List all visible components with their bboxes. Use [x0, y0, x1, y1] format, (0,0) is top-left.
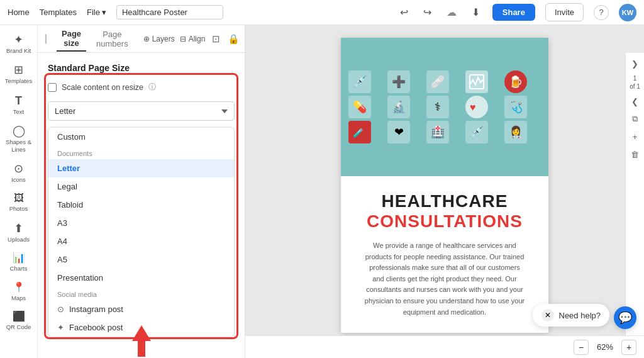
- sidebar-item-shapes[interactable]: ◯ Shapes & Lines: [3, 121, 35, 157]
- layers-button[interactable]: ⊕ Layers: [143, 35, 175, 43]
- help-close-button[interactable]: ✕: [541, 309, 554, 322]
- maps-icon: 📍: [13, 282, 25, 293]
- option-legal[interactable]: Legal: [48, 177, 234, 196]
- poster: 💉 ➕ 🩹 🍺 💊 🔬 ⚕ ♥ 🩺: [341, 38, 548, 333]
- medical-icon: ❤: [387, 121, 410, 143]
- option-a3[interactable]: A3: [48, 214, 234, 232]
- chat-icon: 💬: [618, 311, 632, 325]
- uploads-icon: ⬆: [14, 223, 23, 234]
- sidebar-item-brand-kit[interactable]: ✦ Brand Kit: [3, 30, 35, 58]
- brand-kit-icon: ✦: [14, 34, 23, 45]
- scale-content-row: Scale content on resize ⓘ: [48, 82, 235, 92]
- option-facebook[interactable]: ✦ Facebook post: [48, 318, 234, 337]
- sidebar-item-label: Maps: [11, 294, 26, 301]
- section-social-media: Social media: [48, 287, 234, 300]
- sidebar-item-maps[interactable]: 📍 Maps: [3, 279, 35, 305]
- medical-icon: 🍺: [504, 70, 527, 93]
- sidebar-item-label: Uploads: [8, 236, 30, 243]
- scale-content-checkbox[interactable]: [48, 83, 57, 92]
- medical-icon: 🏥: [426, 121, 449, 143]
- option-instagram[interactable]: ⊙ Instagram post: [48, 300, 234, 318]
- sidebar-item-templates[interactable]: ⊞ Templates: [3, 60, 35, 88]
- svg-text:♥: ♥: [470, 102, 476, 113]
- toolbar-row: Page size Page numbers ⊕ Layers ⊟ Align …: [38, 25, 245, 53]
- help-icon[interactable]: ?: [594, 5, 609, 20]
- right-mini-panel: ❯ 1 of 1 ❮ ⧉ + 🗑: [625, 53, 644, 335]
- zoom-in-button[interactable]: +: [621, 340, 636, 355]
- file-menu[interactable]: File ▾: [87, 8, 106, 17]
- poster-content: HEALTHCARE CONSULTATIONS We provide a ra…: [341, 176, 548, 333]
- zoom-out-button[interactable]: −: [574, 340, 589, 355]
- info-icon[interactable]: ⓘ: [148, 82, 156, 92]
- layers-icon: ⊕: [143, 35, 150, 43]
- templates-icon: ⊞: [14, 64, 23, 76]
- avatar[interactable]: KW: [619, 4, 636, 21]
- align-button[interactable]: ⊟ Align: [180, 35, 206, 43]
- medical-icon: 🩺: [504, 96, 527, 118]
- option-letter[interactable]: Letter: [48, 159, 234, 177]
- collapse-icon[interactable]: ❮: [628, 94, 642, 108]
- icons-icon: ⊙: [14, 163, 23, 174]
- instagram-icon: ⊙: [57, 305, 64, 314]
- option-a4[interactable]: A4: [48, 232, 234, 250]
- sidebar-item-text[interactable]: T Text: [3, 91, 35, 119]
- facebook-icon: ✦: [57, 323, 64, 332]
- add-page-icon[interactable]: +: [628, 130, 642, 143]
- copy-page-icon[interactable]: ⧉: [628, 112, 642, 126]
- templates-link[interactable]: Templates: [40, 8, 77, 17]
- crop-icon[interactable]: ⊡: [210, 31, 222, 47]
- sidebar-item-uploads[interactable]: ⬆ Uploads: [3, 219, 35, 247]
- sidebar-item-label: Charts: [10, 265, 28, 272]
- page-size-dropdown[interactable]: Letter: [48, 101, 235, 121]
- sidebar-item-label: QR Code: [6, 323, 31, 330]
- cloud-save-icon[interactable]: ☁: [444, 4, 459, 21]
- panel: Page size Page numbers ⊕ Layers ⊟ Align …: [38, 25, 245, 358]
- poster-title-line2: CONSULTATIONS: [353, 211, 536, 232]
- expand-icon[interactable]: ❯: [628, 57, 642, 70]
- sidebar-item-photos[interactable]: 🖼 Photos: [3, 189, 35, 216]
- shapes-icon: ◯: [13, 125, 25, 137]
- page-size-panel: Standard Page Size Scale content on resi…: [38, 53, 245, 358]
- panel-title: Standard Page Size: [48, 63, 235, 73]
- tab-page-numbers[interactable]: Page numbers: [91, 27, 133, 51]
- sidebar-item-icons[interactable]: ⊙ Icons: [3, 159, 35, 187]
- option-a5[interactable]: A5: [48, 250, 234, 269]
- option-presentation[interactable]: Presentation: [48, 269, 234, 287]
- home-link[interactable]: Home: [8, 8, 30, 17]
- option-tabloid[interactable]: Tabloid: [48, 196, 234, 214]
- section-documents: Documents: [48, 146, 234, 159]
- text-icon: T: [15, 95, 22, 106]
- svg-text:🧪: 🧪: [353, 128, 364, 138]
- chat-button[interactable]: 💬: [614, 306, 636, 329]
- sidebar-item-label: Icons: [11, 176, 26, 183]
- scale-content-label: Scale content on resize: [62, 83, 143, 92]
- medical-icon: ⚕: [426, 96, 449, 118]
- share-button[interactable]: Share: [492, 4, 535, 21]
- page-current: 1 of 1: [630, 74, 640, 91]
- option-custom[interactable]: Custom: [48, 128, 234, 146]
- invite-button[interactable]: Invite: [545, 3, 584, 21]
- undo-button[interactable]: ↩: [397, 4, 411, 21]
- tab-page-size[interactable]: Page size: [57, 26, 86, 52]
- medical-icon: 🩹: [426, 70, 449, 93]
- qrcode-icon: ⬛: [13, 311, 25, 322]
- sidebar-item-charts[interactable]: 📊 Charts: [3, 249, 35, 276]
- align-icon: ⊟: [180, 35, 186, 43]
- page-checkbox[interactable]: [45, 34, 47, 44]
- left-sidebar: ✦ Brand Kit ⊞ Templates T Text ◯ Shapes …: [0, 25, 38, 358]
- medical-icon: ♥: [465, 96, 488, 118]
- medical-icon: [465, 70, 488, 93]
- remove-page-icon[interactable]: 🗑: [628, 147, 642, 161]
- medical-icon: 💉: [465, 121, 488, 143]
- medical-icon: 💉: [348, 70, 371, 93]
- help-bubble: ✕ Need help?: [533, 304, 610, 327]
- sidebar-item-qrcode[interactable]: ⬛ QR Code: [3, 308, 35, 334]
- redo-button[interactable]: ↪: [421, 4, 434, 21]
- canvas-area: 💉 ➕ 🩹 🍺 💊 🔬 ⚕ ♥ 🩺: [245, 25, 644, 358]
- document-title-input[interactable]: [116, 5, 223, 20]
- medical-icon: 👩‍⚕️: [504, 121, 527, 143]
- sidebar-item-label: Photos: [9, 205, 28, 212]
- lock-icon[interactable]: 🔒: [226, 31, 242, 47]
- download-icon[interactable]: ⬇: [469, 4, 482, 21]
- file-chevron-icon: ▾: [102, 8, 106, 17]
